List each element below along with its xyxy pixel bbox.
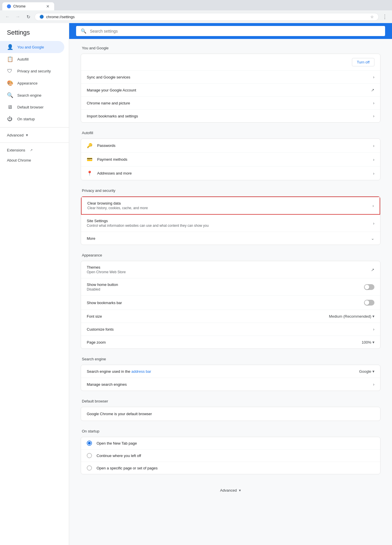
you-and-google-top-bar: Turn off — [81, 54, 380, 71]
page-zoom-dropdown-arrow-icon: ▾ — [372, 340, 374, 344]
tab-close-button[interactable]: ✕ — [46, 4, 50, 9]
search-engine-dropdown[interactable]: Google ▾ — [359, 369, 374, 374]
bookmark-star-icon[interactable]: ☆ — [370, 15, 374, 19]
sidebar-item-autofill[interactable]: 📋 Autofill — [0, 53, 64, 65]
sidebar-item-on-startup[interactable]: ⏻ On startup — [0, 113, 64, 125]
person-icon: 👤 — [7, 44, 13, 50]
extensions-label: Extensions — [7, 148, 25, 152]
sidebar-label-on-startup: On startup — [17, 117, 35, 121]
sidebar-item-about-chrome[interactable]: About Chrome — [0, 155, 69, 165]
home-button-title: Show home button — [87, 282, 364, 287]
browser-chrome: Chrome ✕ ← → ↻ 🔵 chrome://settings ☆ ⋮ — [0, 0, 392, 23]
address-bar-link[interactable]: address bar — [131, 369, 151, 374]
sidebar-item-extensions[interactable]: Extensions ↗ — [0, 145, 69, 155]
page-zoom-row[interactable]: Page zoom 100% ▾ — [81, 336, 380, 349]
settings-title: Settings — [0, 25, 69, 40]
themes-row[interactable]: Themes Open Chrome Web Store ↗ — [81, 261, 380, 278]
sidebar-item-advanced[interactable]: Advanced ▾ — [0, 130, 69, 140]
continue-where-left-radio[interactable] — [87, 453, 92, 458]
sidebar-label-you-and-google: You and Google — [17, 45, 44, 49]
sidebar-item-default-browser[interactable]: 🖥 Default browser — [0, 101, 64, 113]
advanced-bottom-button[interactable]: Advanced ▾ — [81, 482, 380, 498]
credit-card-icon: 💳 — [87, 157, 93, 162]
home-button-subtitle: Disabled — [87, 287, 364, 291]
back-button[interactable]: ← — [3, 13, 12, 21]
site-settings-row[interactable]: Site Settings Control what information w… — [81, 215, 380, 232]
customize-fonts-row[interactable]: Customize fonts › — [81, 323, 380, 336]
address-bar[interactable]: 🔵 chrome://settings ☆ — [35, 13, 379, 21]
autofill-card: 🔑 Passwords › 💳 Payment methods › — [81, 138, 380, 180]
search-engine-used-row[interactable]: Search engine used in the address bar Go… — [81, 365, 380, 378]
chrome-menu-button[interactable]: ⋮ — [381, 12, 389, 21]
payment-methods-row[interactable]: 💳 Payment methods › — [81, 153, 380, 166]
font-size-row[interactable]: Font size Medium (Recommended) ▾ — [81, 310, 380, 323]
external-link-icon: ↗ — [371, 88, 374, 92]
continue-where-left-row[interactable]: Continue where you left off — [81, 450, 380, 462]
default-browser-card: Google Chrome is your default browser — [81, 407, 380, 421]
reload-button[interactable]: ↻ — [24, 13, 32, 21]
payment-arrow-icon: › — [373, 157, 374, 162]
location-pin-icon: 📍 — [87, 171, 93, 176]
manage-google-account-row[interactable]: Manage your Google Account ↗ — [81, 84, 380, 97]
site-settings-title: Site Settings — [87, 219, 373, 223]
bookmarks-bar-toggle[interactable] — [364, 300, 374, 306]
continue-where-left-label: Continue where you left off — [97, 454, 141, 458]
themes-external-icon: ↗ — [371, 267, 374, 272]
turn-off-button[interactable]: Turn off — [352, 58, 374, 66]
themes-subtitle: Open Chrome Web Store — [87, 270, 371, 274]
on-startup-title: On startup — [81, 429, 380, 433]
search-bar[interactable]: 🔍 — [76, 26, 385, 36]
active-tab[interactable]: Chrome ✕ — [2, 2, 54, 10]
open-specific-page-row[interactable]: Open a specific page or set of pages — [81, 462, 380, 474]
font-size-title: Font size — [87, 314, 329, 319]
search-input[interactable] — [90, 29, 380, 33]
external-link-icon: ↗ — [30, 148, 33, 152]
customize-fonts-arrow-icon: › — [373, 327, 374, 332]
monitor-icon: 🖥 — [7, 104, 13, 110]
search-icon: 🔍 — [81, 28, 86, 34]
open-new-tab-radio[interactable] — [87, 441, 92, 446]
open-new-tab-label: Open the New Tab page — [97, 441, 137, 445]
addresses-arrow-icon: › — [373, 171, 374, 176]
more-row[interactable]: More ⌄ — [81, 232, 380, 245]
section-privacy-and-security: Privacy and security Clear browsing data… — [81, 188, 380, 245]
about-chrome-label: About Chrome — [7, 158, 31, 162]
page-zoom-dropdown[interactable]: 100% ▾ — [362, 340, 374, 344]
sidebar-item-appearance[interactable]: 🎨 Appearance — [0, 77, 64, 89]
chrome-name-arrow-icon: › — [373, 101, 374, 105]
manage-account-title: Manage your Google Account — [87, 88, 371, 92]
page-zoom-value: 100% — [362, 340, 371, 344]
addresses-row[interactable]: 📍 Addresses and more › — [81, 166, 380, 180]
passwords-row[interactable]: 🔑 Passwords › — [81, 139, 380, 153]
open-new-tab-row[interactable]: Open the New Tab page — [81, 437, 380, 450]
font-size-dropdown[interactable]: Medium (Recommended) ▾ — [329, 314, 374, 319]
open-specific-page-radio[interactable] — [87, 465, 92, 471]
home-button-toggle[interactable] — [364, 284, 374, 290]
sidebar-item-privacy-and-security[interactable]: 🛡 Privacy and security — [0, 65, 64, 77]
site-settings-arrow-icon: › — [373, 221, 374, 226]
import-bookmarks-row[interactable]: Import bookmarks and settings › — [81, 110, 380, 122]
site-settings-subtitle: Control what information websites can us… — [87, 224, 373, 228]
payment-title: Payment methods — [97, 157, 373, 162]
forward-button[interactable]: → — [14, 13, 22, 21]
chrome-name-picture-row[interactable]: Chrome name and picture › — [81, 97, 380, 110]
sync-google-services-row[interactable]: Sync and Google services › — [81, 71, 380, 84]
search-icon: 🔍 — [7, 92, 13, 98]
font-size-dropdown-arrow-icon: ▾ — [372, 314, 374, 319]
sidebar-item-you-and-google[interactable]: 👤 You and Google — [0, 41, 64, 53]
font-size-value: Medium (Recommended) — [329, 314, 371, 319]
addresses-title: Addresses and more — [97, 171, 373, 175]
clear-browsing-data-row[interactable]: Clear browsing data Clear history, cooki… — [81, 196, 380, 215]
bookmarks-bar-title: Show bookmarks bar — [87, 301, 364, 305]
search-engine-arrow-icon: ▾ — [372, 369, 374, 374]
customize-fonts-title: Customize fonts — [87, 327, 373, 332]
sidebar: Settings 👤 You and Google 📋 Autofill 🛡 P… — [0, 23, 69, 545]
show-home-button-row[interactable]: Show home button Disabled — [81, 278, 380, 296]
startup-icon: ⏻ — [7, 116, 13, 122]
privacy-card: Clear browsing data Clear history, cooki… — [81, 196, 380, 245]
show-bookmarks-bar-row[interactable]: Show bookmarks bar — [81, 296, 380, 310]
manage-search-engines-row[interactable]: Manage search engines › — [81, 378, 380, 391]
section-you-and-google: You and Google Turn off Sync and Google … — [81, 46, 380, 123]
sidebar-item-search-engine[interactable]: 🔍 Search engine — [0, 89, 64, 101]
section-on-startup: On startup Open the New Tab page Continu… — [81, 429, 380, 474]
